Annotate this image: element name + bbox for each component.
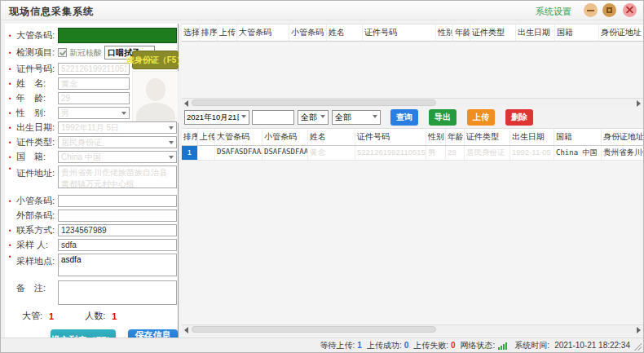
upload-success-count: 0 [404, 341, 409, 350]
name-input[interactable] [58, 77, 130, 90]
status-bar: 等待上传: 1 上传成功: 0 上传失败: 0 网络状态: 系统时间: 2021… [1, 338, 643, 352]
test-item-label: 检测项目: [16, 46, 58, 59]
filter2-select[interactable]: 全部 [332, 110, 381, 125]
col-select[interactable]: 选择 [182, 24, 200, 41]
form-row-id-address: ▪ 证件地址: 贵州省务川仡佬族苗族自治县黄都镇万元村中心组 [9, 165, 178, 188]
query-button[interactable]: 查询 [390, 109, 418, 126]
sample-location-label: 采样地点: [16, 255, 58, 267]
tube-count-value: 1 [49, 311, 54, 321]
scrollbar-thumb[interactable] [192, 99, 436, 106]
upload-fail-label: 上传失败: [413, 340, 448, 351]
scroll-left-icon[interactable] [184, 327, 188, 333]
system-time-value: 2021-10-21 18:22:34 [554, 341, 630, 350]
pending-table-body [182, 42, 643, 98]
age-input[interactable] [58, 92, 130, 104]
collected-table-hscrollbar[interactable] [182, 324, 643, 333]
small-tube-input[interactable] [58, 195, 177, 207]
id-number-input[interactable] [58, 63, 130, 75]
birth-date-label: 出生日期: [16, 121, 58, 134]
id-number-cell: 522126199211051531 [355, 146, 426, 160]
delete-button[interactable]: 删除 [505, 109, 533, 126]
small-tube-cell: DSAFASDFAAAS1 [262, 146, 308, 160]
export-button[interactable]: 导出 [429, 109, 457, 126]
minimize-button[interactable] [584, 3, 598, 17]
id-address-label: 证件地址: [16, 167, 58, 179]
small-tube-label: 小管条码: [16, 195, 58, 207]
pending-table-header: 选择 排序 上传 大管条码 小管条码 姓名 证件号码 性别 年龄 证件类型 出生… [182, 24, 643, 42]
collected-table-header: 排序 上传 大管条码 小管条码 姓名 证件号码 性别 年龄 证件类型 出生日期 … [182, 128, 643, 146]
pending-table-hscrollbar[interactable] [182, 98, 643, 107]
scroll-right-icon[interactable] [637, 327, 641, 333]
scroll-left-icon[interactable] [184, 100, 188, 107]
name-cell: 黄念 [308, 146, 355, 160]
form-row-nationality: ▪ 国 籍: China 中国 [9, 151, 178, 163]
title-bar: 现场信息采集系统 系统设置 [1, 1, 643, 20]
upload-status-cell [198, 146, 215, 160]
contact-input[interactable] [58, 224, 177, 236]
id-type-label: 证件类型: [16, 136, 58, 148]
scroll-right-icon[interactable] [637, 100, 641, 107]
calendar-dropdown-icon [169, 126, 174, 130]
covid-checkbox[interactable] [58, 48, 67, 57]
app-title: 现场信息采集系统 [9, 5, 94, 19]
maximize-button[interactable] [602, 3, 616, 17]
sampler-label: 采样 人: [16, 239, 58, 251]
people-count-label: 人数: [85, 310, 105, 322]
records-panel: 选择 排序 上传 大管条码 小管条码 姓名 证件号码 性别 年龄 证件类型 出生… [182, 24, 643, 338]
upload-success-label: 上传成功: [367, 340, 402, 351]
id-number-label: 证件号码: [16, 63, 58, 75]
form-row-sample-location: ▪ 采样地点: asdfa [9, 254, 178, 276]
filter1-select[interactable]: 全部 [298, 110, 329, 125]
maximize-icon [607, 7, 612, 13]
app-window: 现场信息采集系统 系统设置 ▪ 大管条码: ▪ 检测项目: 新冠核酸 口咽拭子 … [0, 0, 644, 353]
chevron-down-icon [169, 156, 174, 159]
form-row-contact: ▪ 联系方式: [9, 224, 178, 236]
chevron-down-icon [241, 115, 246, 118]
form-row-birth: ▪ 出生日期: 1992年11月 5日 [9, 121, 178, 134]
date-filter-select[interactable]: 2021年10月21日 [184, 110, 249, 125]
birth-date-picker[interactable]: 1992年11月 5日 [58, 121, 177, 134]
filter-toolbar: 2021年10月21日 全部 全部 查询 导出 上传 删除 [182, 107, 643, 128]
minimize-icon [587, 10, 594, 11]
sampler-input[interactable] [58, 239, 177, 251]
chevron-down-icon [320, 115, 325, 118]
chevron-down-icon [121, 112, 126, 115]
chevron-down-icon [373, 115, 377, 118]
tube-barcode-input[interactable] [58, 28, 177, 43]
tube-count-label: 大管: [22, 310, 42, 322]
upload-fail-count: 0 [451, 341, 456, 350]
pending-upload-label: 等待上传: [320, 340, 355, 351]
external-barcode-label: 外部条码: [16, 210, 58, 222]
form-row-id-type: ▪ 证件类型: 居民身份证 [9, 136, 178, 148]
close-button[interactable] [623, 3, 637, 17]
contact-label: 联系方式: [16, 224, 58, 236]
covid-checkbox-label: 新冠核酸 [69, 47, 102, 59]
gender-select[interactable]: 男 [58, 107, 130, 119]
sample-location-textarea[interactable]: asdfa [58, 254, 177, 276]
nationality-select[interactable]: China 中国 [58, 151, 177, 163]
age-cell: 29 [446, 146, 465, 160]
tube-barcode-label: 大管条码: [16, 29, 58, 42]
external-barcode-input[interactable] [58, 210, 177, 222]
form-row-small-tube: ▪ 小管条码: [9, 195, 178, 207]
table-row[interactable]: 1 DSAFASDFAAAS DSAFASDFAAAS1 黄念 52212619… [182, 146, 643, 161]
read-id-card-button[interactable]: 读身份证（F5） [132, 51, 179, 69]
form-row-sampler: ▪ 采样 人: [9, 239, 178, 251]
remark-textarea[interactable] [58, 280, 177, 305]
form-row-external-barcode: 外部条码: [9, 210, 178, 222]
gender-label: 性 别: [16, 107, 58, 119]
resize-grip[interactable] [633, 342, 642, 351]
upload-button[interactable]: 上传 [467, 109, 495, 126]
required-bullet: ▪ [9, 33, 16, 39]
entry-form-panel: ▪ 大管条码: ▪ 检测项目: 新冠核酸 口咽拭子 读身份证（F5） ▪ 证件号… [5, 24, 179, 338]
row-index-cell[interactable]: 1 [182, 146, 198, 160]
id-address-textarea[interactable]: 贵州省务川仡佬族苗族自治县黄都镇万元村中心组 [58, 165, 177, 188]
search-input[interactable] [252, 110, 294, 125]
scrollbar-thumb[interactable] [192, 326, 436, 333]
people-count-value: 1 [112, 311, 117, 321]
collected-table-body [182, 161, 643, 324]
system-settings-link[interactable]: 系统设置 [536, 6, 571, 18]
age-label: 年 龄: [16, 92, 58, 104]
birth-cell: 1992-11-05 [510, 146, 554, 160]
id-type-select[interactable]: 居民身份证 [58, 136, 177, 148]
